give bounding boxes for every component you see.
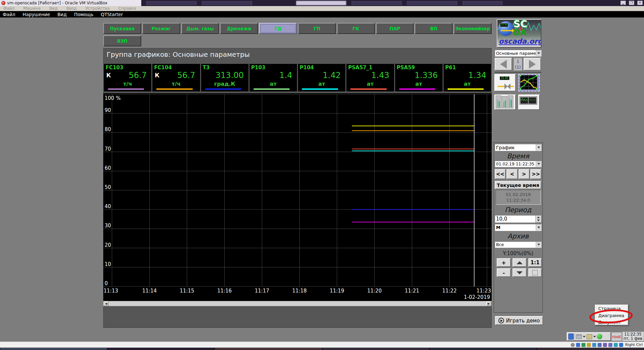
bars-view-button[interactable] [494, 94, 516, 110]
chart-scrollbar[interactable]: ◄ ► [103, 301, 492, 306]
app-menu-qtstarter[interactable]: QTStarter [101, 12, 123, 17]
svg-text:30: 30 [105, 223, 111, 229]
vbox-menu-файл[interactable]: Файл [3, 6, 14, 11]
time-select[interactable]: 01.02.19 11:22:35 [495, 161, 541, 167]
scroll-right-icon[interactable]: ► [486, 301, 491, 306]
vbox-menu-ввод[interactable]: Ввод [66, 6, 77, 11]
chevron-down-icon[interactable] [536, 144, 541, 151]
oscada-logo[interactable]: 10.95 SC & DA oscada.org [497, 19, 541, 48]
parameter-p103[interactable]: P1031.4ат [250, 64, 297, 91]
windows-icon [603, 343, 607, 347]
view-type-select[interactable]: График [495, 144, 541, 151]
graph-view-button[interactable] [518, 74, 540, 91]
svg-text:90: 90 [105, 107, 111, 113]
parameter-p61[interactable]: P611.34ат [444, 64, 491, 91]
taskbar-item[interactable] [351, 1, 402, 5]
next-page-button[interactable] [524, 58, 541, 71]
spin-down-icon[interactable] [537, 220, 540, 221]
fit-one-to-one-button[interactable]: 1:1 [528, 258, 542, 267]
vbox-menu-справка[interactable]: Справка [118, 6, 136, 11]
app-menu-нарушение[interactable]: Нарушение [23, 12, 50, 17]
vbox-menu-машина[interactable]: Машина [23, 6, 41, 11]
panels-view-button[interactable] [518, 94, 540, 110]
forward-button[interactable]: > [519, 169, 530, 179]
zoom-out-button[interactable]: - [497, 268, 511, 277]
selection-rect-icon [532, 270, 538, 275]
virtualization-icon [571, 343, 575, 347]
tab-экономайзер[interactable]: Экономайзер [454, 23, 492, 34]
taskbar-item[interactable] [202, 1, 252, 5]
play-demo-button[interactable]: Играть демо [495, 316, 543, 325]
pan-down-button[interactable] [513, 268, 527, 277]
parameter-p104[interactable]: P1041.42ат [298, 64, 345, 91]
parameter-psa59[interactable]: PSA591.336ат [395, 64, 443, 91]
vbox-task-button[interactable]: vm-openscada [Работает] - Oracle VM Virt… [0, 0, 141, 6]
app-menu-файл[interactable]: Файл [3, 12, 15, 17]
parameter-t3[interactable]: T3313.00град.К [201, 64, 249, 91]
period-stepper[interactable] [535, 215, 541, 223]
context-item-страница[interactable]: Страница [595, 305, 628, 312]
chevron-down-icon[interactable] [536, 224, 541, 231]
param-value: 1.4 [279, 71, 292, 80]
zoom-in-button[interactable]: + [497, 258, 511, 267]
filemanager-icon[interactable] [586, 334, 592, 339]
chevron-down-icon[interactable] [536, 50, 541, 56]
chevron-down-icon[interactable] [583, 336, 585, 338]
minimize-icon[interactable]: ▁ [620, 1, 626, 5]
taskbar-item[interactable] [146, 1, 197, 5]
back-button[interactable]: < [506, 169, 518, 179]
app-menu-вид[interactable]: Вид [58, 12, 67, 17]
parameter-fc103[interactable]: FC103К56.7т/ч [104, 64, 151, 91]
prev-page-button[interactable] [495, 58, 512, 71]
pan-up-button[interactable] [513, 258, 527, 267]
screen: vm-openscada [Работает] - Oracle VM Virt… [0, 0, 644, 350]
param-color-bar [399, 88, 435, 90]
region-select-button[interactable] [528, 268, 542, 277]
tab-гк[interactable]: ГК [337, 23, 375, 34]
parameter-psa57_1[interactable]: PSA57_11.43ат [346, 64, 394, 91]
usb-icon [587, 343, 591, 347]
trend-chart[interactable]: 100 %908070605040302010011:1311:1411:151… [103, 93, 492, 301]
taskbar-item[interactable] [462, 1, 503, 5]
tab-розжиг[interactable]: Розжиг [142, 23, 180, 34]
svg-text:50: 50 [105, 184, 111, 190]
chevron-down-icon[interactable] [536, 161, 541, 167]
tab-пусковая[interactable]: Пусковая [103, 23, 141, 34]
tab-дренажи[interactable]: Дренажи [220, 23, 258, 34]
printer-icon[interactable] [576, 334, 582, 339]
context-item-документ[interactable]: Документ [595, 319, 628, 326]
mnemo-view-button[interactable]: 10.95 [494, 74, 516, 91]
period-unit-select[interactable]: М [495, 224, 541, 231]
scroll-left-icon[interactable]: ◄ [104, 301, 109, 306]
taskbar-item[interactable] [407, 1, 457, 5]
tab-пар[interactable]: ПАР [376, 23, 414, 34]
tab-гд[interactable]: ГД [259, 23, 297, 34]
chevron-down-icon[interactable] [593, 336, 596, 338]
tab-вп[interactable]: ВП [415, 23, 453, 34]
restore-icon[interactable]: ❐ [629, 1, 634, 5]
context-item-диаграмма[interactable]: Диаграмма [595, 312, 628, 319]
tab-гп[interactable]: ГП [298, 23, 336, 34]
app-menu-помощь[interactable]: Помощь [74, 12, 93, 17]
tray-clock[interactable]: 11:22:35 пт, 1 фев [622, 332, 644, 341]
tab-взп[interactable]: ВЗП [103, 35, 141, 46]
vbox-menu-вид[interactable]: Вид [49, 6, 58, 11]
logo-site-link[interactable]: oscada.org [499, 37, 541, 45]
tab-дым-газы[interactable]: Дым. газы [181, 23, 219, 34]
chevron-down-icon[interactable] [536, 242, 541, 247]
vbox-menu-устройства[interactable]: Устройства [85, 6, 110, 11]
fast-back-button[interactable]: << [495, 169, 506, 179]
param-value: 1.336 [415, 71, 438, 80]
param-name: PSA59 [397, 65, 415, 71]
taskbar-item[interactable] [296, 1, 346, 5]
close-icon[interactable]: ✕ [637, 1, 643, 5]
current-time-button[interactable]: Текущее время [495, 181, 541, 189]
archive-select[interactable]: Все [495, 241, 541, 248]
fast-forward-button[interactable]: >> [530, 169, 541, 179]
page-group-select[interactable]: Основные параме [495, 50, 541, 56]
spin-up-icon[interactable] [537, 217, 540, 218]
parameter-fc104[interactable]: FC104К56.7т/ч [152, 64, 200, 91]
period-input[interactable]: 10,0 [495, 215, 539, 223]
svg-text:11:21: 11:21 [405, 288, 419, 294]
book-icon[interactable] [568, 334, 574, 340]
